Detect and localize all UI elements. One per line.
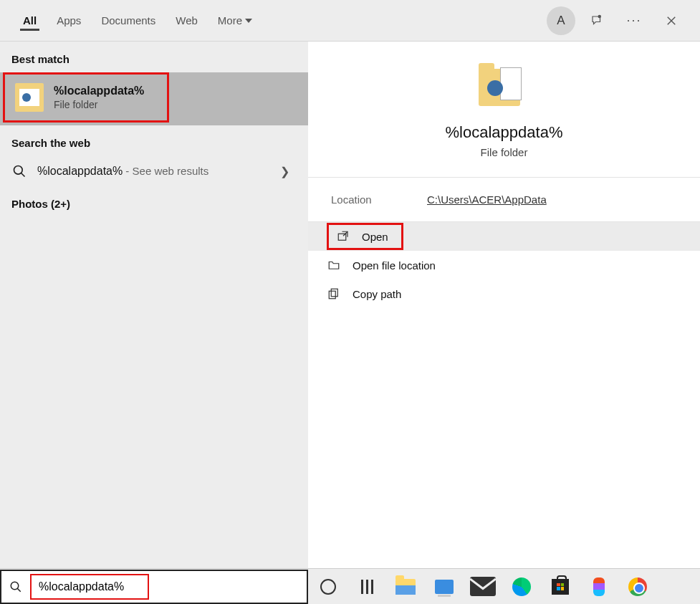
- tab-apps[interactable]: Apps: [47, 4, 91, 37]
- close-button[interactable]: [656, 5, 687, 37]
- task-view-icon[interactable]: [354, 574, 380, 600]
- search-input-highlight: [30, 574, 149, 600]
- taskbar: [308, 570, 700, 604]
- location-label: Location: [331, 193, 427, 206]
- microsoft-store-icon[interactable]: [547, 574, 573, 600]
- action-copy-path[interactable]: Copy path: [308, 279, 700, 308]
- location-row: Location C:\Users\ACER\AppData: [308, 178, 700, 222]
- tab-all[interactable]: All: [13, 4, 47, 37]
- tab-web[interactable]: Web: [166, 4, 208, 37]
- tab-more-label: More: [218, 14, 242, 27]
- results-split: Best match %localappdata% File folder Se…: [0, 42, 700, 568]
- search-box[interactable]: [0, 570, 308, 604]
- chevron-right-icon: ❯: [280, 165, 297, 178]
- search-icon: [11, 163, 27, 179]
- web-suffix: - See web results: [123, 165, 208, 177]
- edge-browser-icon[interactable]: [509, 574, 534, 600]
- web-search-result[interactable]: %localappdata% - See web results ❯: [0, 156, 308, 186]
- search-input[interactable]: [37, 580, 142, 594]
- user-avatar[interactable]: A: [547, 6, 575, 35]
- best-match-title: %localappdata%: [54, 85, 144, 97]
- action-open[interactable]: Open: [308, 222, 700, 251]
- action-open-location-label: Open file location: [353, 259, 436, 272]
- svg-rect-10: [470, 577, 496, 596]
- svg-rect-7: [329, 291, 335, 299]
- svg-point-0: [598, 14, 602, 18]
- preview-header: %localappdata% File folder: [308, 42, 700, 178]
- section-photos[interactable]: Photos (2+): [0, 186, 308, 217]
- location-path[interactable]: C:\Users\ACER\AppData: [427, 193, 547, 206]
- chevron-down-icon: [245, 19, 252, 23]
- mail-icon[interactable]: [470, 574, 496, 600]
- svg-line-4: [21, 173, 25, 177]
- section-search-web: Search the web: [0, 125, 308, 156]
- chrome-icon[interactable]: [625, 574, 651, 600]
- action-copy-path-label: Copy path: [353, 288, 401, 300]
- monitor-app-icon[interactable]: [431, 574, 457, 600]
- search-scope-tabs: All Apps Documents Web More A ···: [0, 0, 700, 42]
- folder-icon: [15, 83, 44, 112]
- folder-large-icon: [479, 63, 530, 109]
- folder-open-icon: [327, 258, 341, 272]
- tab-more[interactable]: More: [208, 4, 262, 37]
- cortana-icon[interactable]: [315, 574, 341, 600]
- action-open-label: Open: [362, 231, 388, 243]
- more-options-icon[interactable]: ···: [618, 5, 650, 37]
- best-match-result[interactable]: %localappdata% File folder: [0, 72, 308, 125]
- web-query: %localappdata%: [37, 165, 123, 177]
- bottom-bar: [0, 568, 700, 604]
- preview-pane: %localappdata% File folder Location C:\U…: [308, 42, 700, 568]
- copy-icon: [327, 287, 341, 301]
- top-right-controls: A ···: [547, 5, 687, 37]
- windows-search-panel: All Apps Documents Web More A ··· Best m…: [0, 0, 700, 604]
- preview-actions: Open Open file location Copy path: [308, 222, 700, 308]
- svg-point-3: [14, 166, 23, 175]
- results-list: Best match %localappdata% File folder Se…: [0, 42, 308, 568]
- svg-line-9: [17, 588, 21, 592]
- tab-documents[interactable]: Documents: [91, 4, 166, 37]
- preview-title: %localappdata%: [446, 123, 563, 142]
- open-icon: [336, 229, 350, 244]
- feedback-icon[interactable]: [581, 5, 613, 37]
- best-match-subtitle: File folder: [54, 99, 144, 110]
- svg-rect-6: [331, 289, 337, 297]
- figma-icon[interactable]: [586, 574, 612, 600]
- svg-point-8: [11, 582, 19, 590]
- file-explorer-icon[interactable]: [393, 574, 418, 600]
- preview-subtitle: File folder: [481, 146, 528, 158]
- search-icon: [1, 580, 30, 593]
- action-open-file-location[interactable]: Open file location: [308, 251, 700, 279]
- best-match-highlight: %localappdata% File folder: [3, 72, 169, 123]
- section-best-match: Best match: [0, 42, 308, 72]
